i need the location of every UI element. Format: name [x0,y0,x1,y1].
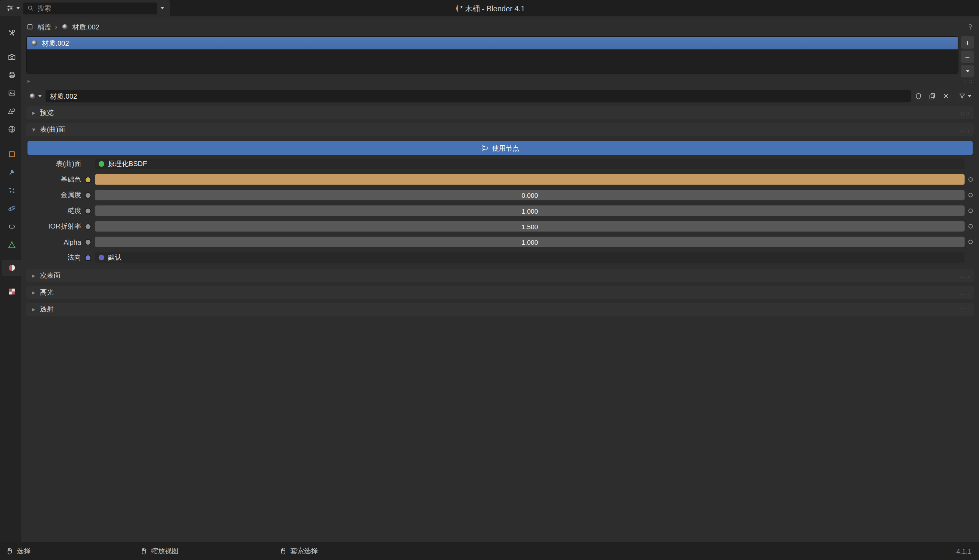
normal-label: 法向 [26,253,81,262]
value-socket [85,223,91,229]
breadcrumb-material[interactable]: 材质.002 [72,22,99,32]
ior-slider[interactable]: 1.500 [95,221,964,232]
vector-socket-icon [99,255,104,260]
metallic-label: 金属度 [26,190,81,200]
unlink-material-button[interactable] [939,90,952,103]
value-socket [85,192,91,198]
mesh-data-icon [7,240,16,249]
metallic-slider[interactable]: 0.000 [95,190,964,200]
slot-specials-button[interactable] [961,65,974,78]
surface-shader-row: 表(曲)面 原理化BSDF [26,156,974,172]
decorator-dot[interactable] [968,193,973,197]
close-icon [942,92,949,100]
slot-list-box[interactable]: 材质.002 [26,36,958,74]
shader-dropdown[interactable]: 原理化BSDF [95,158,964,169]
panel-preview[interactable]: ▸预览:::: [26,106,974,120]
tab-texture[interactable] [2,283,22,300]
properties-content: 桶盖 › 材质.002 材质.002 + − ▸ [22,16,979,560]
base-color-row: 基础色 [26,172,974,187]
material-sphere-icon [30,39,38,47]
funnel-icon [958,92,966,100]
material-sphere-icon [61,23,68,30]
roughness-row: 糙度 1.000 [26,203,974,218]
tool-icon [7,29,16,38]
mouse-right-icon [280,547,287,555]
properties-options-button[interactable] [158,2,166,15]
decorator-dot[interactable] [968,208,973,213]
images-icon [7,89,16,97]
alpha-slider[interactable]: 1.000 [95,237,964,247]
value-socket [85,207,91,213]
tab-physics[interactable] [2,200,22,217]
status-lasso-hint: 套索选择 [280,542,318,560]
base-color-swatch[interactable] [95,174,964,185]
status-select-hint: 选择 [6,542,30,560]
world-icon [7,125,16,134]
copy-icon [929,92,936,100]
tab-tool[interactable] [2,25,22,41]
color-socket [85,177,91,183]
alpha-row: Alpha 1.000 [26,234,974,250]
search-icon [27,4,34,12]
tab-material[interactable] [2,260,22,276]
panel-specular[interactable]: ▸高光:::: [26,286,974,299]
new-material-button[interactable] [926,90,939,103]
blender-window: 🭮 * 木桶 - Blender 4.1 文件 编辑 渲染 窗口 帮助 布局 建… [0,0,979,560]
properties-editor-type-button[interactable] [4,2,22,15]
texture-icon [7,287,16,296]
breadcrumb-separator: › [55,23,57,30]
panel-surface[interactable]: ▾表(曲)面:::: [26,123,974,136]
link-mode-button[interactable] [956,90,974,103]
use-nodes-button[interactable]: 使用节点 [28,141,973,155]
panel-transmission[interactable]: ▸透射:::: [26,303,974,316]
surface-label: 表(曲)面 [26,159,81,168]
pin-icon[interactable] [966,23,974,30]
material-datablock-row: 材质.002 [26,90,974,103]
material-slot-active[interactable]: 材质.002 [27,37,957,50]
browse-material-button[interactable] [26,90,44,103]
particles-icon [7,186,16,195]
add-slot-button[interactable]: + [961,36,974,49]
object-icon [26,23,34,30]
status-zoom-hint: 缩放视图 [140,542,179,560]
decorator-dot[interactable] [968,224,973,228]
roughness-label: 糙度 [26,206,81,215]
status-bar: 选择 缩放视图 套索选择 4.1.1 [0,542,979,560]
material-slot-list: 材质.002 + − [26,36,974,77]
mouse-middle-icon [140,547,147,555]
tab-modifiers[interactable] [2,164,22,180]
decorator-dot[interactable] [968,177,973,182]
properties-search-input[interactable]: 搜索 [23,2,157,14]
base-color-label: 基础色 [26,175,81,184]
normal-dropdown[interactable]: 默认 [95,252,964,263]
physics-icon [7,204,16,213]
fake-user-button[interactable] [912,90,925,103]
panel-subsurface[interactable]: ▸次表面:::: [26,269,974,282]
tab-scene[interactable] [2,103,22,119]
material-name-field[interactable]: 材质.002 [46,90,911,103]
properties-icon [5,4,14,13]
decorator-dot[interactable] [968,240,973,244]
ior-label: IOR折射率 [26,222,81,231]
roughness-slider[interactable]: 1.000 [95,205,964,216]
tab-output[interactable] [2,67,22,83]
normal-row: 法向 默认 [26,250,974,265]
constraint-icon [7,222,16,231]
tab-world[interactable] [2,121,22,137]
slot-list-footer: ▸:::: [26,77,974,85]
tab-view-layer[interactable] [2,85,22,101]
search-placeholder: 搜索 [38,3,51,13]
breadcrumb: 桶盖 › 材质.002 [26,20,974,34]
tab-constraints[interactable] [2,218,22,235]
tab-particles[interactable] [2,182,22,198]
tab-object-data[interactable] [2,237,22,253]
tab-object[interactable] [2,146,22,162]
printer-icon [7,70,16,79]
shield-icon [915,92,922,100]
blender-version: 4.1.1 [956,542,972,560]
alpha-label: Alpha [26,238,81,246]
breadcrumb-object[interactable]: 桶盖 [38,22,51,32]
tab-render[interactable] [2,48,22,65]
properties-tab-strip [0,16,22,560]
remove-slot-button[interactable]: − [961,50,974,63]
